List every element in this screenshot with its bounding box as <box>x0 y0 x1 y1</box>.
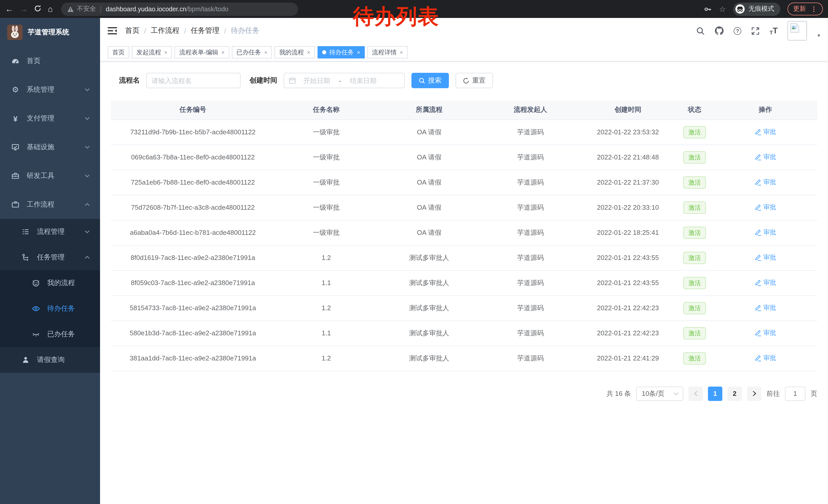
approve-link[interactable]: 审批 <box>755 354 776 362</box>
approve-link[interactable]: 审批 <box>755 253 776 262</box>
starter-cell: 芋道源码 <box>481 145 580 170</box>
breadcrumb-current: 待办任务 <box>231 26 259 35</box>
close-icon[interactable]: × <box>164 49 167 55</box>
bookmark-star-icon[interactable]: ☆ <box>719 4 726 13</box>
edit-pencil-icon <box>755 279 761 286</box>
sidebar-item-my-process[interactable]: 我的流程 <box>0 270 100 296</box>
sidebar-item-infra[interactable]: 基础设施 <box>0 133 100 162</box>
tab-todo-tasks[interactable]: 待办任务× <box>318 46 365 58</box>
reset-button[interactable]: 重置 <box>455 73 493 88</box>
chevron-down-icon <box>85 146 90 149</box>
password-key-icon[interactable] <box>704 5 712 13</box>
approve-link[interactable]: 审批 <box>755 228 776 237</box>
sidebar-item-task-mgmt[interactable]: 任务管理 <box>0 244 100 270</box>
browser-back-icon[interactable]: ← <box>5 5 13 13</box>
chevron-down-icon <box>85 88 90 91</box>
goto-label: 前往 <box>767 389 780 398</box>
task-table: 任务编号 任务名称 所属流程 流程发起人 创建时间 状态 操作 73211d9d… <box>111 100 817 371</box>
sidebar-item-workflow[interactable]: 工作流程 <box>0 190 100 219</box>
approve-link[interactable]: 审批 <box>755 278 776 287</box>
browser-menu-icon[interactable]: ⋮ <box>811 5 817 13</box>
user-avatar[interactable] <box>787 21 807 41</box>
address-bar[interactable]: 不安全 dashboard.yudao.iocoder.cn/bpm/task/… <box>61 2 298 16</box>
page-button-1[interactable]: 1 <box>708 386 722 401</box>
approve-label: 审批 <box>763 303 776 312</box>
approve-link[interactable]: 审批 <box>755 303 776 312</box>
task-name-cell: 1.1 <box>275 320 378 346</box>
tab-process-detail[interactable]: 流程详情× <box>367 46 408 58</box>
task-id-cell: a6aba0a4-7b6d-11ec-b781-acde48001122 <box>111 220 275 245</box>
time-cell: 2022-01-22 23:53:32 <box>580 120 676 145</box>
close-icon[interactable]: × <box>221 49 225 55</box>
breadcrumb-home[interactable]: 首页 <box>125 26 139 35</box>
status-badge: 激活 <box>683 151 706 163</box>
close-icon[interactable]: × <box>307 49 310 55</box>
process-cell: OA 请假 <box>378 170 481 195</box>
insecure-warning-icon <box>67 6 74 12</box>
page-button-2[interactable]: 2 <box>728 386 742 401</box>
eye-icon <box>32 305 40 313</box>
sidebar-item-done-tasks[interactable]: 已办任务 <box>0 321 100 347</box>
breadcrumb-task-mgmt[interactable]: 任务管理 <box>191 26 219 35</box>
sidebar-item-label: 首页 <box>27 56 41 65</box>
prev-page-button[interactable] <box>689 386 703 401</box>
avatar-dropdown-caret-icon[interactable]: ▼ <box>817 33 821 38</box>
tab-start-process[interactable]: 发起流程× <box>132 46 172 58</box>
tab-label: 流程详情 <box>372 48 397 57</box>
sidebar-collapse-icon[interactable] <box>108 27 117 35</box>
approve-label: 审批 <box>763 203 776 212</box>
screenshot-root: ← → ⌂ 不安全 dashboard.yudao.iocoder.cn/bpm… <box>0 0 828 504</box>
help-icon[interactable]: ? <box>734 27 741 35</box>
app-logo-row[interactable]: 芋道管理系统 <box>0 18 100 47</box>
browser-forward-icon[interactable]: → <box>19 5 28 13</box>
github-icon[interactable] <box>715 26 724 35</box>
start-date-input[interactable] <box>296 77 338 84</box>
sidebar-item-system[interactable]: ⚙ 系统管理 <box>0 75 100 104</box>
sidebar-item-home[interactable]: 首页 <box>0 47 100 75</box>
tab-done-tasks[interactable]: 已办任务× <box>232 46 272 58</box>
approve-label: 审批 <box>763 178 776 186</box>
breadcrumb-workflow[interactable]: 工作流程 <box>151 26 179 35</box>
close-icon[interactable]: × <box>357 49 360 55</box>
search-icon[interactable] <box>696 27 705 35</box>
app-title: 芋道管理系统 <box>28 28 69 37</box>
sidebar-item-todo-tasks[interactable]: 待办任务 <box>0 296 100 321</box>
sidebar-item-leave-query[interactable]: 请假查询 <box>0 347 100 373</box>
starter-cell: 芋道源码 <box>481 120 580 145</box>
tab-form-edit[interactable]: 流程表单-编辑× <box>175 46 229 58</box>
sidebar-item-devtools[interactable]: 研发工具 <box>0 162 100 190</box>
process-name-input[interactable] <box>146 73 240 88</box>
eye-closed-icon <box>32 330 40 338</box>
fullscreen-icon[interactable] <box>751 27 760 35</box>
toolbox-icon <box>11 172 19 180</box>
sidebar-item-payment[interactable]: ¥ 支付管理 <box>0 104 100 133</box>
browser-home-icon[interactable]: ⌂ <box>48 5 52 13</box>
font-size-icon[interactable]: TT <box>770 26 778 35</box>
approve-label: 审批 <box>763 354 776 362</box>
close-icon[interactable]: × <box>400 49 403 55</box>
insecure-label: 不安全 <box>77 5 96 13</box>
close-icon[interactable]: × <box>264 49 267 55</box>
page-size-value: 10条/页 <box>642 389 664 398</box>
approve-link[interactable]: 审批 <box>755 203 776 212</box>
task-id-cell: 580e1b3d-7ac8-11ec-a9e2-a2380e71991a <box>111 320 275 346</box>
end-date-input[interactable] <box>342 77 384 84</box>
time-cell: 2022-01-21 22:43:55 <box>580 270 676 295</box>
page-size-select[interactable]: 10条/页 <box>636 386 683 401</box>
tab-home[interactable]: 首页 <box>108 46 129 58</box>
chevron-down-icon <box>85 174 90 177</box>
date-range-picker[interactable]: - <box>283 73 405 88</box>
goto-page-input[interactable] <box>785 386 805 401</box>
browser-reload-icon[interactable] <box>34 4 42 13</box>
approve-link[interactable]: 审批 <box>755 152 776 161</box>
approve-link[interactable]: 审批 <box>755 178 776 186</box>
table-row: 381aa1dd-7ac8-11ec-a9e2-a2380e71991a 1.2… <box>111 346 817 371</box>
sidebar-item-process-mgmt[interactable]: 流程管理 <box>0 219 100 244</box>
tab-my-process[interactable]: 我的流程× <box>275 46 315 58</box>
approve-link[interactable]: 审批 <box>755 127 776 136</box>
approve-link[interactable]: 审批 <box>755 328 776 337</box>
next-page-button[interactable] <box>747 386 761 401</box>
task-id-cell: 381aa1dd-7ac8-11ec-a9e2-a2380e71991a <box>111 346 275 371</box>
search-button[interactable]: 搜索 <box>411 73 449 88</box>
browser-update-button[interactable]: 更新 ⋮ <box>787 3 823 15</box>
